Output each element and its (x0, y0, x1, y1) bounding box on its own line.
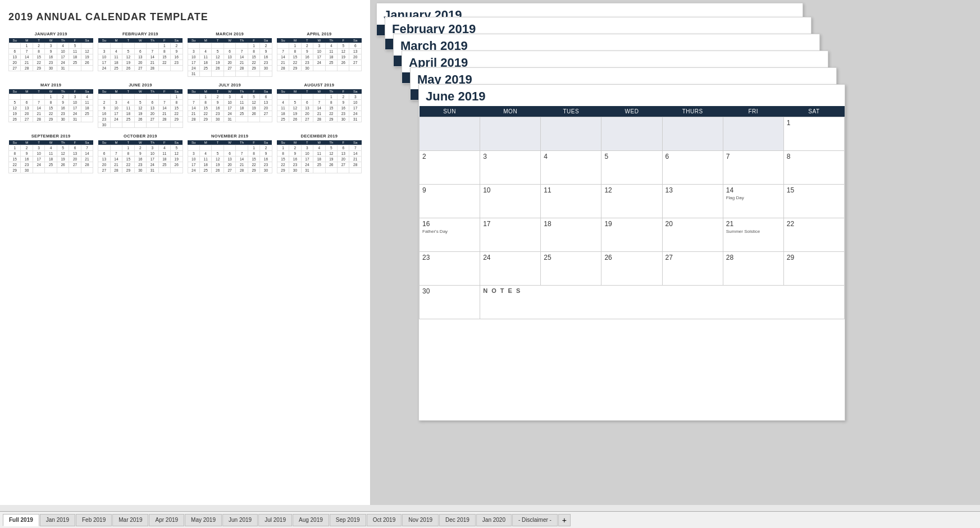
day-4: 4 (541, 151, 601, 185)
mini-cal-feb-title: FEBRUARY 2019 (98, 31, 183, 36)
empty-cell (601, 117, 662, 151)
day-3: 3 (480, 151, 541, 185)
mini-calendars-grid: JANUARY 2019 SuMTWThFSa 12345 6789101112… (8, 31, 362, 173)
mini-cal-sep: SEPTEMBER 2019 SuMTWThFSa 1234567 891011… (8, 134, 93, 173)
week-row-6: 30 N O T E S (420, 286, 845, 319)
day-6: 6 (662, 151, 723, 185)
week-row-2: 2 3 4 5 6 7 8 (420, 151, 845, 185)
day-26: 26 (601, 252, 662, 286)
day-15: 15 (783, 185, 844, 218)
mini-cal-jul: JULY 2019 SuMTWThFSa 123456 78910111213 … (188, 82, 272, 128)
calendar-stack: January 2019 SUNMONTUESWEDTHURSFRISAT Fe… (371, 0, 980, 505)
mini-cal-aug-title: AUGUST 2019 (277, 82, 362, 88)
col-wed: WED (601, 106, 662, 117)
mini-cal-mar: MARCH 2019 SuMTWThFSa 12 3456789 1011121… (188, 31, 272, 77)
tab-jan-2020[interactable]: Jan 2020 (476, 514, 512, 526)
mini-cal-apr-title: APRIL 2019 (277, 31, 362, 36)
tab-aug-2019[interactable]: Aug 2019 (293, 514, 329, 526)
mini-cal-may-title: MAY 2019 (8, 82, 93, 88)
jun-title: June 2019 (419, 85, 845, 106)
tab-may-2019[interactable]: May 2019 (185, 514, 222, 526)
day-7: 7 (723, 151, 783, 185)
empty-cell (662, 117, 723, 151)
day-21: 21 Summer Solstice (723, 218, 783, 252)
col-tues: TUES (541, 106, 601, 117)
day-27: 27 (662, 252, 723, 286)
day-20: 20 (662, 218, 723, 252)
empty-cell (480, 117, 541, 151)
left-panel: 2019 ANNUAL CALENDAR TEMPLATE JANUARY 20… (0, 0, 371, 505)
day-12: 12 (601, 185, 662, 218)
main-area: 2019 ANNUAL CALENDAR TEMPLATE JANUARY 20… (0, 0, 980, 505)
mini-cal-mar-title: MARCH 2019 (188, 31, 272, 36)
mini-cal-nov: NOVEMBER 2019 SuMTWThFSa 12 3456789 1011… (188, 134, 272, 173)
empty-cell (420, 117, 480, 151)
day-30: 30 (420, 286, 480, 319)
col-fri: FRI (723, 106, 783, 117)
day-19: 19 (601, 218, 662, 252)
tab-mar-2019[interactable]: Mar 2019 (112, 514, 148, 526)
day-11: 11 (541, 185, 601, 218)
day-14: 14 Flag Day (723, 185, 783, 218)
mini-cal-jun: JUNE 2019 SuMTWThFSa 1 2345678 910111213… (98, 82, 183, 128)
mini-cal-oct-title: OCTOBER 2019 (98, 134, 183, 139)
col-thurs: THURS (662, 106, 723, 117)
mini-cal-may: MAY 2019 SuMTWThFSa 1234 567891011 12131… (8, 82, 93, 128)
day-1: 1 (783, 117, 844, 151)
mini-cal-jun-title: JUNE 2019 (98, 82, 183, 88)
tab-nov-2019[interactable]: Nov 2019 (402, 514, 439, 526)
day-28: 28 (723, 252, 783, 286)
day-16: 16 Father's Day (420, 218, 480, 252)
day-9: 9 (420, 185, 480, 218)
week-row-4: 16 Father's Day 17 18 19 20 21 Summer So… (420, 218, 845, 252)
tab-disclaimer[interactable]: - Disclaimer - (512, 514, 558, 526)
week-row-5: 23 24 25 26 27 28 29 (420, 252, 845, 286)
month-card-jun: June 2019 SUN MON TUES WED THURS FRI SAT (418, 84, 845, 421)
right-panel: January 2019 SUNMONTUESWEDTHURSFRISAT Fe… (371, 0, 980, 505)
col-sat: SAT (783, 106, 844, 117)
notes-cell: N O T E S (480, 286, 845, 319)
day-23: 23 (420, 252, 480, 286)
day-25: 25 (541, 252, 601, 286)
mini-cal-dec: DECEMBER 2019 SuMTWThFSa 1234567 8910111… (277, 134, 362, 173)
tab-jan-2019[interactable]: Jan 2019 (40, 514, 75, 526)
day-29: 29 (783, 252, 844, 286)
mini-cal-jan: JANUARY 2019 SuMTWThFSa 12345 6789101112… (8, 31, 93, 77)
mini-cal-dec-title: DECEMBER 2019 (277, 134, 362, 139)
day-13: 13 (662, 185, 723, 218)
mini-cal-feb: FEBRUARY 2019 SuMTWThFSa 12 3456789 1011… (98, 31, 183, 77)
mini-cal-sep-title: SEPTEMBER 2019 (8, 134, 93, 139)
tab-full-2019[interactable]: Full 2019 (3, 514, 39, 526)
empty-cell (541, 117, 601, 151)
tab-add-button[interactable]: + (558, 514, 571, 526)
tab-dec-2019[interactable]: Dec 2019 (439, 514, 476, 526)
mini-cal-nov-title: NOVEMBER 2019 (188, 134, 272, 139)
tab-jun-2019[interactable]: Jun 2019 (222, 514, 258, 526)
mini-cal-jul-title: JULY 2019 (188, 82, 272, 88)
tab-oct-2019[interactable]: Oct 2019 (367, 514, 402, 526)
notes-label: N O T E S (483, 287, 521, 294)
day-2: 2 (420, 151, 480, 185)
day-10: 10 (480, 185, 541, 218)
empty-cell (723, 117, 783, 151)
day-24: 24 (480, 252, 541, 286)
tab-sep-2019[interactable]: Sep 2019 (330, 514, 366, 526)
week-row-1: 1 (420, 117, 845, 151)
mini-cal-jan-title: JANUARY 2019 (8, 31, 93, 36)
tab-apr-2019[interactable]: Apr 2019 (149, 514, 184, 526)
day-22: 22 (783, 218, 844, 252)
fathers-day-label: Father's Day (422, 229, 477, 234)
annual-title: 2019 ANNUAL CALENDAR TEMPLATE (8, 11, 362, 23)
col-sun: SUN (420, 106, 480, 117)
summer-solstice-label: Summer Solstice (726, 229, 781, 234)
tab-bar: Full 2019 Jan 2019 Feb 2019 Mar 2019 Apr… (0, 511, 980, 528)
day-17: 17 (480, 218, 541, 252)
week-row-3: 9 10 11 12 13 14 Flag Day 15 (420, 185, 845, 218)
day-18: 18 (541, 218, 601, 252)
tab-jul-2019[interactable]: Jul 2019 (258, 514, 292, 526)
tab-feb-2019[interactable]: Feb 2019 (76, 514, 112, 526)
mini-cal-apr: APRIL 2019 SuMTWThFSa 123456 78910111213… (277, 31, 362, 77)
col-mon: MON (480, 106, 541, 117)
mini-cal-aug: AUGUST 2019 SuMTWThFSa 123 45678910 1112… (277, 82, 362, 128)
mini-cal-oct: OCTOBER 2019 SuMTWThFSa 12345 6789101112… (98, 134, 183, 173)
